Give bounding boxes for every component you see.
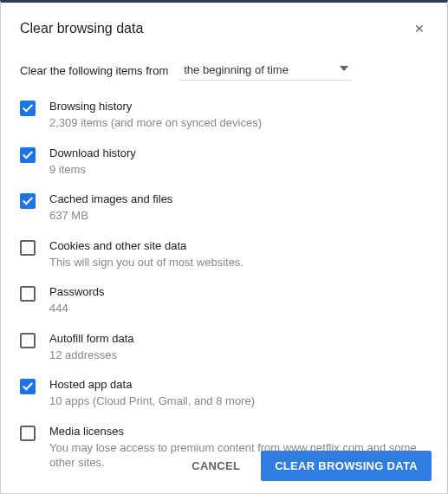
option-title: Browsing history bbox=[49, 100, 262, 113]
option-sub: This will sign you out of most websites. bbox=[49, 255, 243, 270]
time-range-value: the beginning of time bbox=[184, 63, 289, 76]
option-title: Autofill form data bbox=[49, 332, 134, 345]
clear-browsing-data-button[interactable]: CLEAR BROWSING DATA bbox=[261, 451, 432, 481]
options-list: Browsing history 2,309 items (and more o… bbox=[20, 100, 428, 471]
option-cookies: Cookies and other site data This will si… bbox=[20, 239, 428, 270]
dialog-title: Clear browsing data bbox=[20, 21, 143, 36]
option-sub: 2,309 items (and more on synced devices) bbox=[49, 115, 262, 131]
checkbox-download-history[interactable] bbox=[20, 147, 36, 163]
time-range-dropdown[interactable]: the beginning of time bbox=[179, 60, 352, 81]
cancel-button[interactable]: CANCEL bbox=[178, 451, 254, 481]
dialog-footer: CANCEL CLEAR BROWSING DATA bbox=[178, 451, 432, 481]
checkbox-cached-images[interactable] bbox=[20, 193, 36, 209]
checkbox-passwords[interactable] bbox=[20, 286, 36, 302]
option-cached-images: Cached images and files 637 MB bbox=[20, 192, 428, 224]
option-title: Cookies and other site data bbox=[49, 239, 243, 252]
option-sub: 9 items bbox=[49, 162, 136, 178]
option-download-history: Download history 9 items bbox=[20, 146, 428, 178]
dialog-header: Clear browsing data ✕ bbox=[20, 18, 428, 39]
time-range-row: Clear the following items from the begin… bbox=[20, 60, 428, 81]
clear-from-label: Clear the following items from bbox=[20, 64, 168, 77]
option-title: Cached images and files bbox=[49, 192, 172, 205]
option-title: Media licenses bbox=[49, 425, 428, 438]
checkbox-media-licenses[interactable] bbox=[20, 426, 36, 441]
clear-browsing-data-dialog: Clear browsing data ✕ Clear the followin… bbox=[1, 3, 447, 484]
checkbox-autofill[interactable] bbox=[20, 333, 36, 348]
checkbox-browsing-history[interactable] bbox=[20, 101, 36, 116]
checkbox-cookies[interactable] bbox=[20, 240, 36, 256]
option-title: Passwords bbox=[49, 285, 105, 298]
checkbox-hosted-app-data[interactable] bbox=[20, 379, 36, 394]
option-autofill: Autofill form data 12 addresses bbox=[20, 332, 428, 363]
option-browsing-history: Browsing history 2,309 items (and more o… bbox=[20, 100, 428, 131]
option-sub: 444 bbox=[49, 301, 105, 316]
option-sub: 637 MB bbox=[49, 208, 172, 224]
option-sub: 10 apps (Cloud Print, Gmail, and 8 more) bbox=[49, 393, 255, 409]
option-sub: 12 addresses bbox=[49, 348, 134, 363]
option-passwords: Passwords 444 bbox=[20, 285, 428, 316]
option-title: Download history bbox=[49, 146, 136, 159]
option-hosted-app-data: Hosted app data 10 apps (Cloud Print, Gm… bbox=[20, 378, 428, 409]
close-icon[interactable]: ✕ bbox=[411, 18, 428, 39]
option-title: Hosted app data bbox=[49, 378, 255, 391]
